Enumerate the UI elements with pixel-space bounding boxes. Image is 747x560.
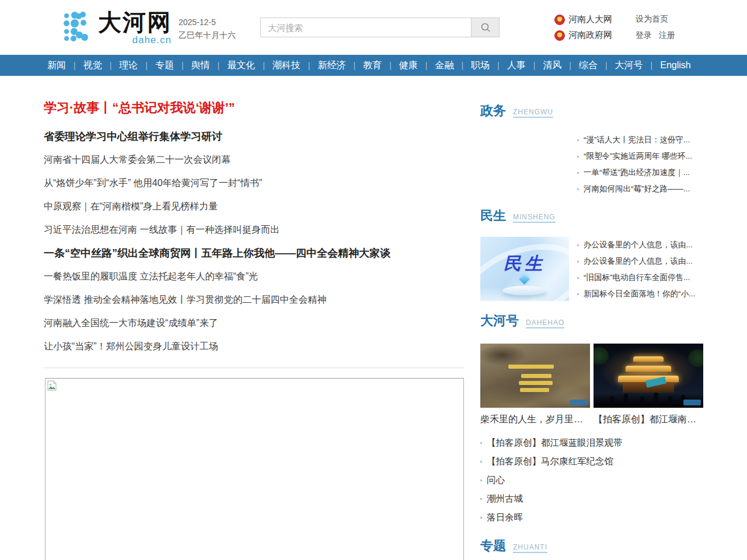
dahehao-list: 【拍客原创】都江堰蓝眼泪景观带 【拍客原创】马尔康红军纪念馆 问心 潮州古城 落… bbox=[480, 434, 703, 527]
card-caption[interactable]: 【拍客原创】都江堰南桥... bbox=[594, 414, 703, 426]
gov-sites: ★ 河南人大网 ★ 河南政府网 bbox=[554, 14, 612, 41]
link-henan-gov[interactable]: ★ 河南政府网 bbox=[554, 30, 612, 41]
section-title-zhuanti[interactable]: 专题 bbox=[480, 539, 506, 553]
link-henan-renda[interactable]: ★ 河南人大网 bbox=[554, 14, 612, 25]
main-content: 学习·故事丨“总书记对我说‘谢谢’” 省委理论学习中心组举行集体学习研讨 河南省… bbox=[0, 76, 747, 560]
nav-item[interactable]: 健康 bbox=[389, 55, 425, 76]
section-title-minsheng[interactable]: 民生 bbox=[480, 209, 506, 223]
site-domain: dahe.cn bbox=[98, 35, 172, 45]
headline[interactable]: 学深悟透 推动全会精神落地见效丨学习贯彻党的二十届四中全会精神 bbox=[44, 288, 464, 312]
zhengwu-image-slot bbox=[480, 132, 569, 196]
national-emblem-icon: ★ bbox=[554, 15, 565, 25]
nav-item[interactable]: 清风 bbox=[533, 55, 570, 76]
list-item[interactable]: “漫”话人大丨宪法日：这份守... bbox=[577, 132, 703, 148]
dahehao-card[interactable]: 【拍客原创】都江堰南桥... bbox=[594, 344, 703, 426]
nav-item[interactable]: 职场 bbox=[461, 55, 497, 76]
firewood-thumbnail bbox=[480, 344, 590, 408]
minsheng-list: 办公设备里的个人信息，该由... 办公设备里的个人信息，该由... “旧国标”电… bbox=[577, 237, 703, 302]
top-actions: 设为首页 登录 注册 bbox=[636, 14, 675, 41]
nav-item[interactable]: 潮科技 bbox=[263, 55, 308, 76]
nav-item[interactable]: 大河号 bbox=[605, 55, 651, 76]
section-pinyin-zhengwu: ZHENGWU bbox=[513, 108, 553, 118]
nav-item-english[interactable]: English bbox=[651, 55, 699, 76]
logo-dots-icon bbox=[63, 12, 96, 42]
zhengwu-list: “漫”话人大丨宪法日：这份守... “限塑令”实施近两周年 哪些环... 一单“… bbox=[577, 132, 703, 197]
list-item[interactable]: 【拍客原创】马尔康红军纪念馆 bbox=[480, 453, 703, 471]
date-block: 2025-12-5 乙巳年十月十六 bbox=[179, 16, 236, 41]
list-item[interactable]: 问心 bbox=[480, 471, 703, 490]
headline[interactable]: 中原观察｜在“河南楷模”身上看见榜样力量 bbox=[44, 195, 464, 218]
nav-item[interactable]: 专题 bbox=[145, 55, 181, 76]
register-link[interactable]: 注册 bbox=[659, 30, 675, 41]
login-link[interactable]: 登录 bbox=[636, 30, 652, 41]
search-input[interactable] bbox=[261, 18, 471, 37]
card-caption[interactable]: 柴禾里的人生，岁月里的... bbox=[480, 414, 590, 426]
link-henan-gov-label: 河南政府网 bbox=[568, 30, 612, 41]
divider bbox=[44, 368, 464, 368]
list-item[interactable]: 办公设备里的个人信息，该由... bbox=[577, 253, 703, 270]
site-header: 大河网 dahe.cn 2025-12-5 乙巳年十月十六 ★ 河南人大网 ★ … bbox=[0, 0, 747, 55]
list-item[interactable]: 一单“帮送”跑出经济加速度｜... bbox=[577, 164, 703, 181]
headline[interactable]: 一条“空中丝路”织出全球商贸网丨五年路上你我他——四中全会精神大家谈 bbox=[44, 242, 464, 265]
link-henan-renda-label: 河南人大网 bbox=[568, 14, 612, 25]
headline-column: 学习·故事丨“总书记对我说‘谢谢’” 省委理论学习中心组举行集体学习研讨 河南省… bbox=[44, 76, 464, 560]
headline-top[interactable]: 学习·故事丨“总书记对我说‘谢谢’” bbox=[44, 99, 464, 117]
minsheng-promo-image[interactable]: 民生 bbox=[480, 237, 569, 301]
headline[interactable]: 省委理论学习中心组举行集体学习研讨 bbox=[44, 125, 464, 148]
headline[interactable]: 习近平法治思想在河南 一线故事｜有一种选择叫挺身而出 bbox=[44, 218, 464, 242]
date-lunar: 乙巳年十月十六 bbox=[179, 29, 236, 41]
sidebar: 政务 ZHENGWU “漫”话人大丨宪法日：这份守... “限塑令”实施近两周年… bbox=[480, 76, 703, 560]
dahehao-watermark bbox=[683, 400, 701, 405]
section-title-dahehao[interactable]: 大河号 bbox=[480, 314, 519, 328]
broken-image-icon bbox=[47, 380, 57, 391]
headline[interactable]: 河南融入全国统一大市场建设“成绩单”来了 bbox=[44, 312, 464, 335]
nav-item[interactable]: 综合 bbox=[569, 55, 605, 76]
headline[interactable]: 从“烙饼少年”到“水手” 他用40年给黄河写了一封“情书” bbox=[44, 172, 464, 195]
list-item[interactable]: 新国标今日全面落地！你的“小... bbox=[577, 286, 703, 302]
nav-item[interactable]: 理论 bbox=[110, 55, 146, 76]
nav-item[interactable]: 舆情 bbox=[181, 55, 218, 76]
national-emblem-icon: ★ bbox=[554, 30, 565, 41]
main-nav: 新闻 视觉 理论 专题 舆情 最文化 潮科技 新经济 教育 健康 金融 职场 人… bbox=[0, 55, 747, 76]
list-item[interactable]: “旧国标”电动自行车全面停售... bbox=[577, 270, 703, 286]
nav-item[interactable]: 金融 bbox=[425, 55, 462, 76]
section-dahehao: 大河号 DAHEHAO 柴禾里的人生，岁月里的... bbox=[480, 314, 703, 527]
list-item[interactable]: “限塑令”实施近两周年 哪些环... bbox=[577, 148, 703, 164]
list-item[interactable]: 办公设备里的个人信息，该由... bbox=[577, 237, 703, 253]
section-pinyin-zhuanti: ZHUANTI bbox=[513, 543, 547, 553]
broken-image-placeholder bbox=[45, 378, 464, 560]
date-gregorian: 2025-12-5 bbox=[179, 16, 236, 29]
minsheng-image-label: 民生 bbox=[480, 252, 569, 276]
list-item[interactable]: 河南如何闯出“莓”好之路——... bbox=[577, 181, 703, 197]
section-pinyin-minsheng: MINSHENG bbox=[513, 213, 556, 223]
nav-item[interactable]: 视觉 bbox=[74, 55, 110, 76]
list-item[interactable]: 潮州古城 bbox=[480, 490, 703, 509]
dahehao-card[interactable]: 柴禾里的人生，岁月里的... bbox=[480, 344, 590, 426]
nav-item[interactable]: 人事 bbox=[497, 55, 533, 76]
site-title: 大河网 bbox=[98, 9, 172, 35]
headline[interactable]: 河南省十四届人大常委会第二十一次会议闭幕 bbox=[44, 148, 464, 172]
list-item[interactable]: 落日余晖 bbox=[480, 509, 703, 527]
section-pinyin-dahehao: DAHEHAO bbox=[526, 318, 564, 328]
headline[interactable]: 让小孩“当家”！郑州公园变身儿童设计工场 bbox=[44, 335, 464, 358]
set-home-link[interactable]: 设为首页 bbox=[636, 14, 668, 24]
site-logo[interactable]: 大河网 dahe.cn bbox=[63, 10, 172, 45]
section-zhuanti: 专题 ZHUANTI bbox=[480, 539, 703, 553]
night-bridge-thumbnail bbox=[594, 344, 703, 408]
nav-item[interactable]: 最文化 bbox=[218, 55, 263, 76]
nav-item[interactable]: 教育 bbox=[353, 55, 389, 76]
nav-item[interactable]: 新经济 bbox=[308, 55, 354, 76]
list-item[interactable]: 【拍客原创】都江堰蓝眼泪景观带 bbox=[480, 434, 703, 453]
section-zhengwu: 政务 ZHENGWU “漫”话人大丨宪法日：这份守... “限塑令”实施近两周年… bbox=[480, 104, 703, 197]
search-icon bbox=[480, 22, 491, 33]
search-button[interactable] bbox=[471, 18, 499, 37]
headline[interactable]: 一餐热饭里的履职温度 立法托起老年人的幸福“食”光 bbox=[44, 265, 464, 288]
search-bar bbox=[260, 18, 500, 37]
section-minsheng: 民生 MINSHENG 民生 办公设备里的个人信息，该由... 办公设备里的个人… bbox=[480, 209, 703, 302]
section-title-zhengwu[interactable]: 政务 bbox=[480, 104, 506, 118]
nav-item[interactable]: 新闻 bbox=[40, 55, 74, 76]
dahehao-watermark bbox=[570, 400, 588, 405]
